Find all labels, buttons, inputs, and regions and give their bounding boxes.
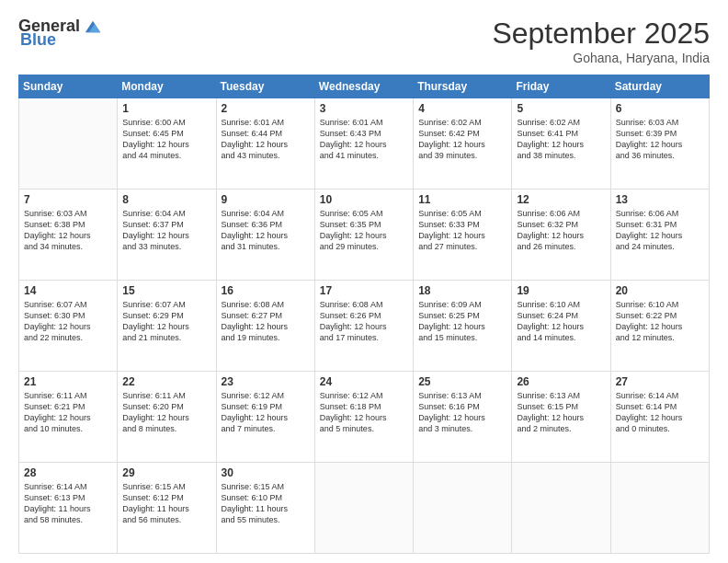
day-number: 3 [320, 102, 408, 115]
cell-info: Sunrise: 6:10 AMSunset: 6:24 PMDaylight:… [517, 299, 605, 344]
cell-info: Sunrise: 6:06 AMSunset: 6:31 PMDaylight:… [616, 208, 704, 253]
cell-info: Sunrise: 6:14 AMSunset: 6:13 PMDaylight:… [24, 481, 112, 526]
logo-icon [84, 17, 102, 36]
cell-info: Sunrise: 6:04 AMSunset: 6:37 PMDaylight:… [122, 208, 210, 253]
calendar-cell: 12Sunrise: 6:06 AMSunset: 6:32 PMDayligh… [512, 190, 610, 281]
day-number: 9 [222, 193, 310, 206]
cell-info: Sunrise: 6:05 AMSunset: 6:33 PMDaylight:… [418, 208, 506, 253]
day-number: 26 [517, 375, 605, 388]
calendar-cell: 29Sunrise: 6:15 AMSunset: 6:12 PMDayligh… [118, 463, 216, 554]
day-header-wednesday: Wednesday [314, 75, 413, 98]
day-number: 7 [24, 193, 112, 206]
cell-info: Sunrise: 6:14 AMSunset: 6:14 PMDaylight:… [616, 390, 704, 435]
cell-info: Sunrise: 6:02 AMSunset: 6:42 PMDaylight:… [418, 117, 506, 162]
cell-info: Sunrise: 6:12 AMSunset: 6:18 PMDaylight:… [320, 390, 408, 435]
cell-info: Sunrise: 6:11 AMSunset: 6:20 PMDaylight:… [122, 390, 210, 435]
week-row-3: 14Sunrise: 6:07 AMSunset: 6:30 PMDayligh… [19, 281, 710, 372]
logo-blue: Blue [20, 30, 56, 50]
cell-info: Sunrise: 6:13 AMSunset: 6:16 PMDaylight:… [418, 390, 506, 435]
calendar-cell: 28Sunrise: 6:14 AMSunset: 6:13 PMDayligh… [19, 463, 118, 554]
week-row-1: 1Sunrise: 6:00 AMSunset: 6:45 PMDaylight… [19, 98, 710, 190]
day-number: 13 [616, 193, 704, 206]
day-number: 23 [222, 375, 310, 388]
day-number: 5 [517, 102, 605, 115]
day-number: 8 [122, 193, 210, 206]
cell-info: Sunrise: 6:03 AMSunset: 6:38 PMDaylight:… [24, 208, 112, 253]
day-header-tuesday: Tuesday [216, 75, 314, 98]
calendar-cell: 22Sunrise: 6:11 AMSunset: 6:20 PMDayligh… [118, 372, 216, 463]
cell-info: Sunrise: 6:05 AMSunset: 6:35 PMDaylight:… [320, 208, 408, 253]
week-row-2: 7Sunrise: 6:03 AMSunset: 6:38 PMDaylight… [19, 190, 710, 281]
day-number: 2 [222, 102, 310, 115]
day-number: 11 [418, 193, 506, 206]
cell-info: Sunrise: 6:10 AMSunset: 6:22 PMDaylight:… [616, 299, 704, 344]
calendar-cell: 21Sunrise: 6:11 AMSunset: 6:21 PMDayligh… [19, 372, 118, 463]
day-number: 1 [122, 102, 210, 115]
day-header-saturday: Saturday [610, 75, 709, 98]
calendar-cell [19, 98, 118, 190]
calendar-cell: 25Sunrise: 6:13 AMSunset: 6:16 PMDayligh… [414, 372, 512, 463]
calendar-cell: 13Sunrise: 6:06 AMSunset: 6:31 PMDayligh… [610, 190, 709, 281]
day-number: 12 [517, 193, 605, 206]
cell-info: Sunrise: 6:09 AMSunset: 6:25 PMDaylight:… [418, 299, 506, 344]
month-title: September 2025 [492, 17, 710, 51]
cell-info: Sunrise: 6:13 AMSunset: 6:15 PMDaylight:… [517, 390, 605, 435]
day-number: 18 [418, 284, 506, 297]
cell-info: Sunrise: 6:08 AMSunset: 6:27 PMDaylight:… [222, 299, 310, 344]
cell-info: Sunrise: 6:07 AMSunset: 6:30 PMDaylight:… [24, 299, 112, 344]
day-number: 6 [616, 102, 704, 115]
calendar-cell: 5Sunrise: 6:02 AMSunset: 6:41 PMDaylight… [512, 98, 610, 190]
cell-info: Sunrise: 6:06 AMSunset: 6:32 PMDaylight:… [517, 208, 605, 253]
cell-info: Sunrise: 6:03 AMSunset: 6:39 PMDaylight:… [616, 117, 704, 162]
calendar-body: 1Sunrise: 6:00 AMSunset: 6:45 PMDaylight… [19, 98, 710, 554]
cell-info: Sunrise: 6:02 AMSunset: 6:41 PMDaylight:… [517, 117, 605, 162]
day-header-thursday: Thursday [414, 75, 512, 98]
calendar-cell: 2Sunrise: 6:01 AMSunset: 6:44 PMDaylight… [216, 98, 314, 190]
day-header-monday: Monday [118, 75, 216, 98]
calendar-cell: 1Sunrise: 6:00 AMSunset: 6:45 PMDaylight… [118, 98, 216, 190]
day-number: 14 [24, 284, 112, 297]
day-number: 10 [320, 193, 408, 206]
cell-info: Sunrise: 6:11 AMSunset: 6:21 PMDaylight:… [24, 390, 112, 435]
header-row: SundayMondayTuesdayWednesdayThursdayFrid… [19, 75, 710, 98]
cell-info: Sunrise: 6:08 AMSunset: 6:26 PMDaylight:… [320, 299, 408, 344]
calendar-cell: 4Sunrise: 6:02 AMSunset: 6:42 PMDaylight… [414, 98, 512, 190]
calendar-cell: 19Sunrise: 6:10 AMSunset: 6:24 PMDayligh… [512, 281, 610, 372]
calendar-cell [512, 463, 610, 554]
calendar-cell: 11Sunrise: 6:05 AMSunset: 6:33 PMDayligh… [414, 190, 512, 281]
day-header-sunday: Sunday [19, 75, 118, 98]
calendar-cell: 20Sunrise: 6:10 AMSunset: 6:22 PMDayligh… [610, 281, 709, 372]
calendar-cell: 15Sunrise: 6:07 AMSunset: 6:29 PMDayligh… [118, 281, 216, 372]
day-number: 16 [222, 284, 310, 297]
day-number: 21 [24, 375, 112, 388]
week-row-4: 21Sunrise: 6:11 AMSunset: 6:21 PMDayligh… [19, 372, 710, 463]
header: General Blue September 2025 Gohana, Hary… [18, 17, 710, 65]
day-number: 24 [320, 375, 408, 388]
calendar-cell [314, 463, 413, 554]
calendar-cell: 6Sunrise: 6:03 AMSunset: 6:39 PMDaylight… [610, 98, 709, 190]
cell-info: Sunrise: 6:00 AMSunset: 6:45 PMDaylight:… [122, 117, 210, 162]
day-number: 25 [418, 375, 506, 388]
calendar-cell: 7Sunrise: 6:03 AMSunset: 6:38 PMDaylight… [19, 190, 118, 281]
cell-info: Sunrise: 6:15 AMSunset: 6:10 PMDaylight:… [222, 481, 310, 526]
cell-info: Sunrise: 6:01 AMSunset: 6:43 PMDaylight:… [320, 117, 408, 162]
calendar-cell: 18Sunrise: 6:09 AMSunset: 6:25 PMDayligh… [414, 281, 512, 372]
calendar-cell [610, 463, 709, 554]
calendar-cell: 26Sunrise: 6:13 AMSunset: 6:15 PMDayligh… [512, 372, 610, 463]
calendar-page: General Blue September 2025 Gohana, Hary… [0, 0, 728, 563]
day-number: 30 [222, 466, 310, 479]
calendar-cell: 27Sunrise: 6:14 AMSunset: 6:14 PMDayligh… [610, 372, 709, 463]
calendar-cell [414, 463, 512, 554]
day-number: 27 [616, 375, 704, 388]
calendar-cell: 3Sunrise: 6:01 AMSunset: 6:43 PMDaylight… [314, 98, 413, 190]
location-subtitle: Gohana, Haryana, India [492, 51, 710, 65]
logo: General Blue [18, 17, 102, 50]
day-number: 28 [24, 466, 112, 479]
calendar-cell: 16Sunrise: 6:08 AMSunset: 6:27 PMDayligh… [216, 281, 314, 372]
cell-info: Sunrise: 6:12 AMSunset: 6:19 PMDaylight:… [222, 390, 310, 435]
calendar-cell: 10Sunrise: 6:05 AMSunset: 6:35 PMDayligh… [314, 190, 413, 281]
day-number: 29 [122, 466, 210, 479]
cell-info: Sunrise: 6:04 AMSunset: 6:36 PMDaylight:… [222, 208, 310, 253]
calendar-cell: 14Sunrise: 6:07 AMSunset: 6:30 PMDayligh… [19, 281, 118, 372]
calendar-cell: 23Sunrise: 6:12 AMSunset: 6:19 PMDayligh… [216, 372, 314, 463]
